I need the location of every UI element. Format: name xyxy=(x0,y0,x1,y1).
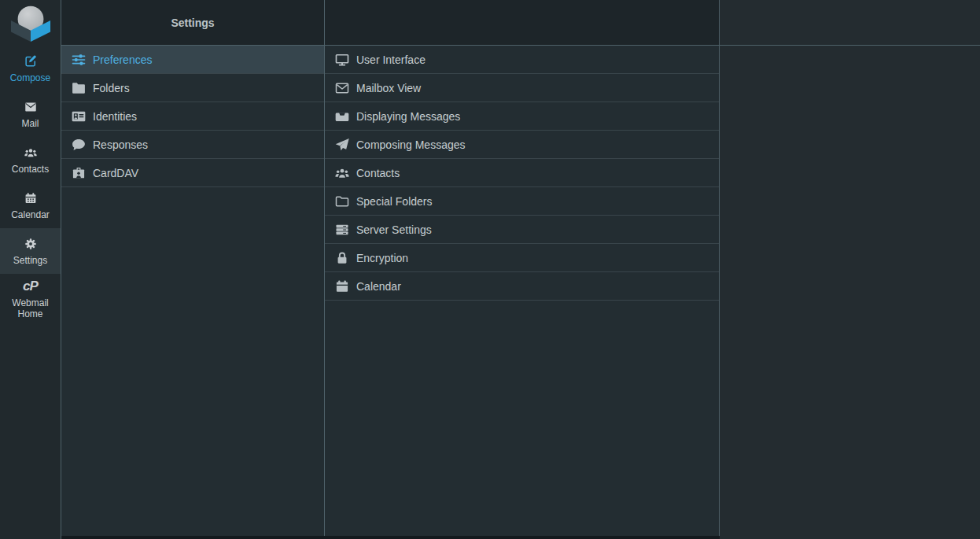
sidebar-item-mail[interactable]: Mail xyxy=(0,91,61,137)
bottom-edge-strip xyxy=(61,536,720,539)
preferences-section-encryption[interactable]: Encryption xyxy=(325,244,719,272)
preferences-section-label: Contacts xyxy=(356,167,400,179)
webmail-sphere-logo[interactable] xyxy=(0,0,61,46)
page-title: Settings xyxy=(171,17,214,29)
settings-nav-column: Settings Preferences xyxy=(61,0,325,539)
mail-icon xyxy=(24,100,38,114)
settings-nav-item-label: Identities xyxy=(93,110,137,123)
gear-icon xyxy=(24,237,38,251)
preferences-list-header xyxy=(325,0,719,46)
comment-icon xyxy=(70,137,87,153)
sidebar-item-label: Calendar xyxy=(11,209,50,220)
settings-nav-item-label: Preferences xyxy=(93,54,152,66)
monitor-icon xyxy=(333,52,351,68)
folder-icon xyxy=(70,80,87,96)
preferences-section-label: Displaying Messages xyxy=(356,110,460,123)
settings-nav-item-folders[interactable]: Folders xyxy=(61,74,324,102)
sidebar-item-label: Mail xyxy=(21,118,39,129)
preferences-section-contacts[interactable]: Contacts xyxy=(325,159,719,187)
sidebar-item-webmail-home[interactable]: cP Webmail Home xyxy=(0,274,61,324)
preferences-section-composing-messages[interactable]: Composing Messages xyxy=(325,131,719,159)
preferences-section-label: Server Settings xyxy=(356,223,432,236)
sidebar-item-label: Compose xyxy=(10,72,50,83)
sidebar-item-compose[interactable]: Compose xyxy=(0,46,61,91)
preferences-section-label: Encryption xyxy=(356,252,408,264)
settings-nav-item-label: CardDAV xyxy=(93,167,138,179)
settings-nav-item-label: Responses xyxy=(93,138,148,151)
preferences-section-displaying-messages[interactable]: Displaying Messages xyxy=(325,102,719,131)
sidebar-item-settings[interactable]: Settings xyxy=(0,228,61,274)
sidebar-item-label: Contacts xyxy=(12,164,49,175)
compose-icon xyxy=(24,54,38,68)
envelope-icon xyxy=(333,80,351,96)
contacts-icon xyxy=(24,146,38,160)
sidebar-item-label: Webmail Home xyxy=(8,297,53,319)
users-icon xyxy=(333,165,351,181)
preferences-section-special-folders[interactable]: Special Folders xyxy=(325,187,719,216)
settings-nav-item-preferences[interactable]: Preferences xyxy=(61,46,324,74)
content-pane-header xyxy=(720,0,980,46)
paper-plane-icon xyxy=(333,137,351,153)
preferences-section-label: Special Folders xyxy=(356,195,433,208)
sidebar-item-contacts[interactable]: Contacts xyxy=(0,137,61,183)
preferences-section-user-interface[interactable]: User Interface xyxy=(325,46,719,74)
settings-nav-item-responses[interactable]: Responses xyxy=(61,131,324,159)
vcard-icon xyxy=(70,165,87,181)
preferences-list-column: User Interface Mailbox View Displaying M… xyxy=(325,0,720,539)
lock-icon xyxy=(333,250,351,266)
preferences-section-label: Calendar xyxy=(356,280,401,293)
id-card-icon xyxy=(70,109,87,124)
content-pane xyxy=(720,0,980,539)
settings-nav-item-label: Folders xyxy=(93,82,130,94)
app-sidebar: Compose Mail xyxy=(0,0,61,539)
webmail-settings-app: Compose Mail xyxy=(0,0,980,539)
preferences-section-calendar[interactable]: Calendar xyxy=(325,272,719,301)
preferences-section-server-settings[interactable]: Server Settings xyxy=(325,216,719,244)
calendar-icon xyxy=(24,191,38,205)
preferences-section-label: Composing Messages xyxy=(356,138,466,151)
settings-nav-item-carddav[interactable]: CardDAV xyxy=(61,159,324,187)
preferences-section-mailbox-view[interactable]: Mailbox View xyxy=(325,74,719,102)
settings-nav-header: Settings xyxy=(61,0,324,46)
calendar-icon xyxy=(333,279,351,294)
inbox-icon xyxy=(333,109,351,124)
cpanel-logo-icon: cP xyxy=(23,279,38,293)
folder-outline-icon xyxy=(333,194,351,209)
preferences-section-label: User Interface xyxy=(356,54,426,66)
sidebar-item-label: Settings xyxy=(13,255,47,266)
preferences-section-label: Mailbox View xyxy=(356,82,421,94)
settings-nav-item-identities[interactable]: Identities xyxy=(61,102,324,131)
sidebar-item-calendar[interactable]: Calendar xyxy=(0,183,61,228)
server-icon xyxy=(333,222,351,238)
sliders-icon xyxy=(70,52,87,68)
sphere-box-logo-graphic xyxy=(9,2,52,44)
